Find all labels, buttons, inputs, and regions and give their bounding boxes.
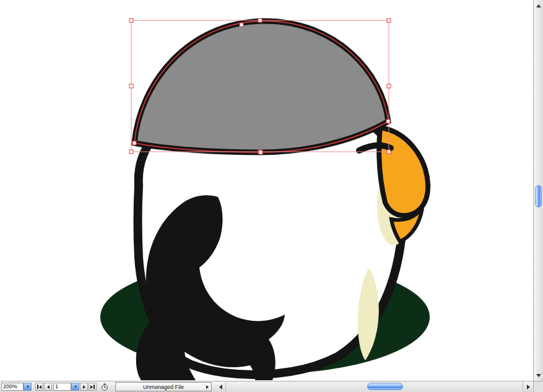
popup-arrow-icon bbox=[74, 386, 77, 388]
status-popup-button[interactable]: Unmanaged File bbox=[115, 382, 212, 391]
next-page-icon bbox=[83, 385, 85, 389]
left-arrow-icon bbox=[219, 385, 222, 390]
zoom-popup-button[interactable] bbox=[24, 383, 32, 391]
down-arrow-icon bbox=[536, 374, 541, 377]
app-window: 200% 1 bbox=[0, 0, 543, 392]
status-bar: 200% 1 bbox=[0, 381, 533, 392]
horizontal-scrollbar[interactable] bbox=[225, 381, 523, 392]
popup-arrow-icon bbox=[27, 386, 29, 388]
selection-handle[interactable] bbox=[387, 84, 391, 88]
page-popup-button[interactable] bbox=[71, 383, 79, 391]
selection-handle[interactable] bbox=[387, 19, 391, 22]
prev-page-icon bbox=[47, 385, 50, 389]
anchor-point-handle[interactable] bbox=[259, 150, 263, 154]
scroll-down-button[interactable] bbox=[534, 370, 543, 380]
right-arrow-icon bbox=[527, 385, 530, 390]
selection-handle[interactable] bbox=[258, 19, 262, 22]
scroll-up-button[interactable] bbox=[534, 1, 543, 11]
anchor-point-handle[interactable] bbox=[386, 120, 390, 123]
scrollbar-corner bbox=[533, 381, 543, 392]
selection-handle[interactable] bbox=[129, 150, 133, 154]
beak-upper-shape[interactable] bbox=[379, 128, 428, 216]
zoom-level-field[interactable]: 200% bbox=[1, 383, 24, 391]
status-text: Unmanaged File bbox=[143, 384, 184, 390]
status-menu-arrow-icon bbox=[206, 385, 209, 389]
scroll-left-button[interactable] bbox=[215, 381, 225, 392]
last-page-button[interactable] bbox=[89, 383, 97, 391]
last-page-icon bbox=[90, 385, 93, 389]
artboard-canvas[interactable] bbox=[0, 0, 533, 381]
page-number-field[interactable]: 1 bbox=[53, 383, 71, 391]
previous-page-button[interactable] bbox=[44, 383, 52, 391]
selection-handle[interactable] bbox=[387, 150, 391, 154]
cap-shape[interactable] bbox=[134, 21, 388, 152]
selection-handle[interactable] bbox=[129, 84, 133, 88]
vertical-scrollbar-thumb[interactable] bbox=[535, 185, 542, 207]
scroll-right-button[interactable] bbox=[523, 381, 533, 392]
artwork-svg bbox=[0, 0, 533, 381]
vertical-scrollbar[interactable] bbox=[533, 0, 543, 381]
up-arrow-icon bbox=[536, 4, 541, 7]
first-page-icon bbox=[39, 385, 41, 389]
anchor-point-handle[interactable] bbox=[132, 141, 136, 145]
first-page-button[interactable] bbox=[35, 383, 43, 391]
next-page-button[interactable] bbox=[80, 383, 88, 391]
anchor-point-handle[interactable] bbox=[240, 23, 243, 27]
version-cue-status-icon[interactable] bbox=[100, 383, 109, 391]
horizontal-scrollbar-thumb[interactable] bbox=[367, 383, 403, 390]
selection-handle[interactable] bbox=[129, 19, 133, 22]
